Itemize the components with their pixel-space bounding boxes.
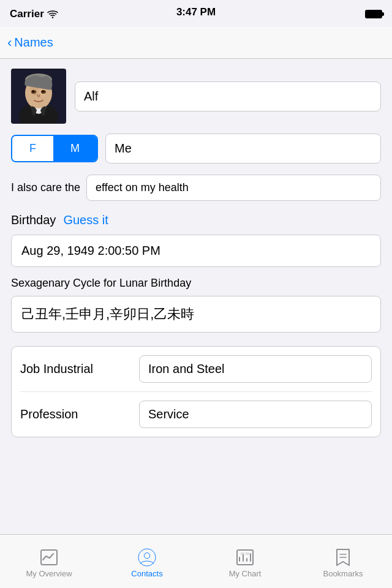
sexagenary-text: 己丑年,壬申月,辛卯日,乙未時: [21, 306, 194, 322]
profession-label: Profession: [20, 407, 130, 421]
tab-bar: My Overview Contacts My Chart: [0, 534, 392, 588]
gender-f-button[interactable]: F: [12, 136, 53, 161]
tab-chart[interactable]: My Chart: [196, 535, 294, 588]
battery-indicator: [365, 10, 382, 18]
avatar: [11, 69, 66, 124]
job-label: Job Industrial: [20, 362, 130, 376]
svg-point-9: [32, 91, 34, 92]
care-row: I also care the: [11, 175, 381, 201]
job-value: Iron and Steel: [148, 362, 225, 375]
fields-section: Job Industrial Iron and Steel Profession…: [11, 346, 381, 437]
profile-row: [11, 69, 381, 124]
tab-overview[interactable]: My Overview: [0, 535, 98, 588]
care-input[interactable]: [86, 175, 381, 201]
birthday-row: Birthday Guess it: [11, 213, 381, 227]
tab-contacts[interactable]: Contacts: [98, 535, 196, 588]
bookmarks-icon: [334, 548, 352, 567]
battery-icon: [365, 10, 382, 18]
profession-value-box[interactable]: Service: [139, 401, 372, 428]
nav-bar: ‹ Names: [0, 27, 392, 59]
tab-contacts-label: Contacts: [131, 569, 162, 578]
guess-button[interactable]: Guess it: [63, 213, 108, 227]
field-row-profession[interactable]: Profession Service: [20, 391, 372, 437]
gender-toggle: F M: [11, 135, 98, 162]
date-text: Aug 29, 1949 2:00:50 PM: [21, 244, 160, 257]
tab-chart-label: My Chart: [229, 569, 262, 578]
back-arrow-icon: ‹: [7, 36, 12, 50]
back-button[interactable]: ‹ Names: [7, 36, 53, 50]
sexagenary-box: 己丑年,壬申月,辛卯日,乙未時: [11, 296, 381, 333]
carrier-info: Carrier: [10, 8, 58, 20]
birthday-label: Birthday: [11, 213, 56, 227]
name-input[interactable]: [75, 81, 381, 111]
job-value-box[interactable]: Iron and Steel: [139, 355, 372, 383]
back-label: Names: [14, 36, 53, 50]
field-row-job[interactable]: Job Industrial Iron and Steel: [20, 347, 372, 391]
tab-overview-label: My Overview: [26, 569, 72, 578]
svg-point-14: [144, 553, 149, 559]
contacts-icon: [138, 548, 156, 567]
status-bar: Carrier 3:47 PM: [0, 0, 392, 27]
svg-point-10: [42, 91, 44, 92]
svg-point-0: [52, 17, 53, 18]
carrier-label: Carrier: [10, 8, 44, 20]
wifi-icon: [47, 10, 58, 18]
gender-row: F M: [11, 134, 381, 164]
date-box[interactable]: Aug 29, 1949 2:00:50 PM: [11, 235, 381, 267]
status-time: 3:47 PM: [176, 6, 216, 18]
profession-value: Service: [148, 407, 189, 421]
tab-bookmarks-label: Bookmarks: [323, 569, 363, 578]
tab-bookmarks[interactable]: Bookmarks: [294, 535, 392, 588]
care-label: I also care the: [11, 181, 80, 194]
sexagenary-label: Sexagenary Cycle for Lunar Birthday: [11, 277, 381, 290]
overview-icon: [40, 548, 58, 567]
main-content: F M I also care the Birthday Guess it Au…: [0, 59, 392, 437]
chart-icon: [236, 548, 254, 567]
nickname-input[interactable]: [105, 134, 381, 164]
gender-m-button[interactable]: M: [53, 136, 97, 161]
